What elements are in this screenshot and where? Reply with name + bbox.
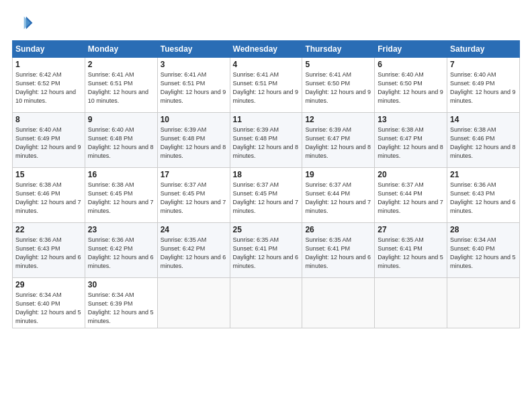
day-number: 1 <box>15 60 82 69</box>
day-number: 17 <box>161 170 227 179</box>
calendar-day-cell: 18 Sunrise: 6:37 AMSunset: 6:45 PMDaylig… <box>230 168 302 223</box>
calendar-day-cell <box>302 278 375 328</box>
day-number: 7 <box>450 60 517 69</box>
day-info: Sunrise: 6:39 AMSunset: 6:48 PMDaylight:… <box>233 126 299 159</box>
calendar-day-cell: 15 Sunrise: 6:38 AMSunset: 6:46 PMDaylig… <box>13 168 85 223</box>
calendar-day-cell: 14 Sunrise: 6:38 AMSunset: 6:46 PMDaylig… <box>447 113 520 168</box>
day-info: Sunrise: 6:41 AMSunset: 6:51 PMDaylight:… <box>161 71 226 104</box>
day-number: 6 <box>378 60 444 69</box>
calendar-day-cell: 19 Sunrise: 6:37 AMSunset: 6:44 PMDaylig… <box>302 168 375 223</box>
calendar-day-cell: 29 Sunrise: 6:34 AMSunset: 6:40 PMDaylig… <box>13 278 85 328</box>
day-info: Sunrise: 6:40 AMSunset: 6:49 PMDaylight:… <box>15 126 81 159</box>
day-info: Sunrise: 6:35 AMSunset: 6:41 PMDaylight:… <box>378 236 443 269</box>
day-number: 11 <box>233 115 300 124</box>
calendar-day-cell: 17 Sunrise: 6:37 AMSunset: 6:45 PMDaylig… <box>157 168 230 223</box>
calendar-day-cell: 24 Sunrise: 6:35 AMSunset: 6:42 PMDaylig… <box>157 223 230 278</box>
calendar-day-cell: 5 Sunrise: 6:41 AMSunset: 6:50 PMDayligh… <box>302 58 375 113</box>
day-number: 25 <box>233 225 300 234</box>
day-info: Sunrise: 6:36 AMSunset: 6:42 PMDaylight:… <box>88 236 154 269</box>
day-info: Sunrise: 6:40 AMSunset: 6:49 PMDaylight:… <box>450 71 516 104</box>
day-info: Sunrise: 6:41 AMSunset: 6:50 PMDaylight:… <box>305 71 371 104</box>
day-number: 19 <box>305 170 371 179</box>
day-info: Sunrise: 6:38 AMSunset: 6:46 PMDaylight:… <box>15 181 81 214</box>
day-info: Sunrise: 6:41 AMSunset: 6:51 PMDaylight:… <box>233 71 299 104</box>
calendar-week-row: 8 Sunrise: 6:40 AMSunset: 6:49 PMDayligh… <box>13 113 520 168</box>
day-number: 24 <box>161 225 227 234</box>
calendar-day-cell <box>375 278 447 328</box>
day-info: Sunrise: 6:34 AMSunset: 6:40 PMDaylight:… <box>450 236 516 269</box>
calendar-day-cell: 9 Sunrise: 6:40 AMSunset: 6:48 PMDayligh… <box>85 113 157 168</box>
day-info: Sunrise: 6:34 AMSunset: 6:40 PMDaylight:… <box>15 291 81 324</box>
calendar-day-header: Tuesday <box>157 41 230 58</box>
day-number: 14 <box>450 115 517 124</box>
calendar-day-cell: 26 Sunrise: 6:35 AMSunset: 6:41 PMDaylig… <box>302 223 375 278</box>
calendar-day-cell: 28 Sunrise: 6:34 AMSunset: 6:40 PMDaylig… <box>447 223 520 278</box>
day-info: Sunrise: 6:34 AMSunset: 6:39 PMDaylight:… <box>88 291 154 324</box>
calendar-day-cell: 21 Sunrise: 6:36 AMSunset: 6:43 PMDaylig… <box>447 168 520 223</box>
calendar-day-cell: 27 Sunrise: 6:35 AMSunset: 6:41 PMDaylig… <box>375 223 447 278</box>
day-number: 8 <box>15 115 82 124</box>
day-info: Sunrise: 6:38 AMSunset: 6:47 PMDaylight:… <box>378 126 443 159</box>
day-number: 4 <box>233 60 300 69</box>
calendar-day-cell: 13 Sunrise: 6:38 AMSunset: 6:47 PMDaylig… <box>375 113 447 168</box>
calendar-day-header: Wednesday <box>230 41 302 58</box>
day-number: 22 <box>15 225 82 234</box>
day-number: 30 <box>88 280 154 289</box>
day-info: Sunrise: 6:39 AMSunset: 6:48 PMDaylight:… <box>161 126 226 159</box>
day-number: 10 <box>161 115 227 124</box>
day-info: Sunrise: 6:40 AMSunset: 6:50 PMDaylight:… <box>378 71 443 104</box>
calendar-day-cell: 1 Sunrise: 6:42 AMSunset: 6:52 PMDayligh… <box>13 58 85 113</box>
calendar-day-cell: 10 Sunrise: 6:39 AMSunset: 6:48 PMDaylig… <box>157 113 230 168</box>
day-number: 29 <box>15 280 82 289</box>
calendar-day-cell: 16 Sunrise: 6:38 AMSunset: 6:45 PMDaylig… <box>85 168 157 223</box>
day-info: Sunrise: 6:38 AMSunset: 6:45 PMDaylight:… <box>88 181 154 214</box>
calendar-day-cell: 6 Sunrise: 6:40 AMSunset: 6:50 PMDayligh… <box>375 58 447 113</box>
day-info: Sunrise: 6:41 AMSunset: 6:51 PMDaylight:… <box>88 71 148 104</box>
calendar-week-row: 15 Sunrise: 6:38 AMSunset: 6:46 PMDaylig… <box>13 168 520 223</box>
calendar-day-cell: 4 Sunrise: 6:41 AMSunset: 6:51 PMDayligh… <box>230 58 302 113</box>
day-number: 23 <box>88 225 154 234</box>
day-number: 3 <box>161 60 227 69</box>
day-info: Sunrise: 6:35 AMSunset: 6:41 PMDaylight:… <box>233 236 299 269</box>
day-info: Sunrise: 6:35 AMSunset: 6:42 PMDaylight:… <box>161 236 226 269</box>
day-number: 12 <box>305 115 371 124</box>
calendar-day-cell <box>447 278 520 328</box>
day-number: 28 <box>450 225 517 234</box>
calendar-day-cell: 11 Sunrise: 6:39 AMSunset: 6:48 PMDaylig… <box>230 113 302 168</box>
day-info: Sunrise: 6:38 AMSunset: 6:46 PMDaylight:… <box>450 126 516 159</box>
day-number: 21 <box>450 170 517 179</box>
day-number: 9 <box>88 115 154 124</box>
day-info: Sunrise: 6:36 AMSunset: 6:43 PMDaylight:… <box>450 181 516 214</box>
logo <box>12 12 36 34</box>
day-number: 26 <box>305 225 371 234</box>
day-number: 27 <box>378 225 444 234</box>
day-number: 13 <box>378 115 444 124</box>
calendar-day-cell: 25 Sunrise: 6:35 AMSunset: 6:41 PMDaylig… <box>230 223 302 278</box>
calendar-week-row: 1 Sunrise: 6:42 AMSunset: 6:52 PMDayligh… <box>13 58 520 113</box>
calendar-day-header: Monday <box>85 41 157 58</box>
day-number: 16 <box>88 170 154 179</box>
page: SundayMondayTuesdayWednesdayThursdayFrid… <box>0 0 532 411</box>
calendar-week-row: 22 Sunrise: 6:36 AMSunset: 6:43 PMDaylig… <box>13 223 520 278</box>
calendar-day-cell: 12 Sunrise: 6:39 AMSunset: 6:47 PMDaylig… <box>302 113 375 168</box>
day-info: Sunrise: 6:37 AMSunset: 6:45 PMDaylight:… <box>233 181 299 214</box>
day-info: Sunrise: 6:35 AMSunset: 6:41 PMDaylight:… <box>305 236 371 269</box>
calendar-day-header: Friday <box>375 41 447 58</box>
day-info: Sunrise: 6:42 AMSunset: 6:52 PMDaylight:… <box>15 71 76 104</box>
day-number: 15 <box>15 170 82 179</box>
day-info: Sunrise: 6:37 AMSunset: 6:45 PMDaylight:… <box>161 181 226 214</box>
calendar-header-row: SundayMondayTuesdayWednesdayThursdayFrid… <box>13 41 520 58</box>
calendar-day-cell <box>157 278 230 328</box>
day-info: Sunrise: 6:37 AMSunset: 6:44 PMDaylight:… <box>305 181 371 214</box>
calendar-day-header: Sunday <box>13 41 85 58</box>
logo-icon <box>12 12 34 34</box>
calendar-week-row: 29 Sunrise: 6:34 AMSunset: 6:40 PMDaylig… <box>13 278 520 328</box>
day-number: 2 <box>88 60 154 69</box>
day-number: 5 <box>305 60 371 69</box>
calendar-day-cell: 8 Sunrise: 6:40 AMSunset: 6:49 PMDayligh… <box>13 113 85 168</box>
day-number: 20 <box>378 170 444 179</box>
calendar-day-header: Saturday <box>447 41 520 58</box>
day-info: Sunrise: 6:37 AMSunset: 6:44 PMDaylight:… <box>378 181 443 214</box>
day-number: 18 <box>233 170 300 179</box>
calendar-day-cell: 22 Sunrise: 6:36 AMSunset: 6:43 PMDaylig… <box>13 223 85 278</box>
